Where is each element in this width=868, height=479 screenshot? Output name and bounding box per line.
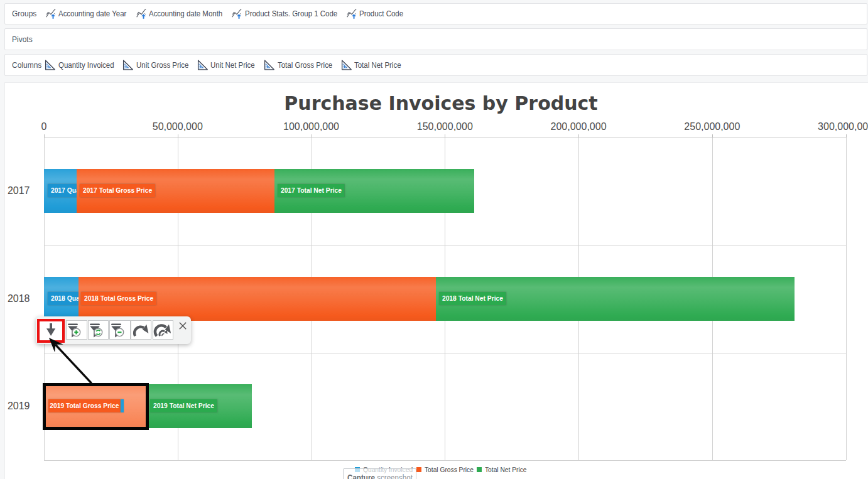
field-chip-unit-net-price[interactable]: Unit Net Price	[197, 60, 255, 70]
field-chip-label: Accounting date Month	[149, 9, 222, 18]
legend-swatch	[477, 467, 482, 472]
bar-label: 2018 Quantity Invoiced	[48, 292, 79, 305]
gridline-horizontal	[44, 353, 846, 353]
axis-tick	[846, 134, 847, 137]
field-chip-total-net-price[interactable]: Total Net Price	[341, 60, 401, 70]
toolbar-button-redo-arrow[interactable]	[131, 320, 152, 340]
columns-chips: Quantity Invoiced Unit Gross Price Unit …	[45, 55, 401, 75]
chart-legend: Quantity Invoiced Total Gross Price Tota…	[0, 466, 868, 473]
measure-triangle-icon	[197, 60, 208, 70]
measure-triangle-icon	[45, 60, 55, 70]
capture-tooltip-text: Capture screenshot.	[347, 473, 415, 479]
field-chip-label: Product Code	[359, 9, 403, 18]
toolbar-button-filter-refresh[interactable]	[88, 320, 109, 340]
dimension-line-chart-icon	[347, 8, 357, 19]
dimension-line-chart-icon	[46, 8, 56, 19]
capture-tooltip-rest: screenshot.	[375, 473, 415, 479]
bar-label: 2017 Quantity Invoiced	[48, 184, 77, 197]
field-chip-label: Unit Gross Price	[136, 61, 188, 70]
gridline-horizontal	[44, 245, 846, 245]
filter-refresh-icon	[88, 320, 109, 340]
field-chip-label: Product Stats. Group 1 Code	[245, 9, 337, 18]
bar-segment-2018-total-gross-price[interactable]: 2018 Total Gross Price	[79, 277, 436, 321]
toolbar-button-filter-add[interactable]	[66, 320, 87, 340]
redo-arrow-icon	[131, 320, 152, 340]
x-axis-line	[44, 137, 846, 138]
toolbar-button-redo-all-arrow[interactable]	[153, 320, 174, 340]
x-axis-label: 50,000,000	[153, 121, 203, 132]
filter-plus-icon	[66, 320, 87, 340]
bar-label: 2017 Total Gross Price	[80, 184, 155, 197]
pivots-row: Pivots	[4, 28, 867, 50]
field-chip-total-gross-price[interactable]: Total Gross Price	[264, 60, 332, 70]
pivots-row-label: Pivots	[12, 35, 33, 44]
legend-label: Total Net Price	[485, 466, 527, 473]
x-axis-label: 250,000,000	[684, 121, 740, 132]
field-chip-accounting-date-month[interactable]: Accounting date Month	[136, 8, 223, 19]
close-icon[interactable]	[179, 322, 187, 330]
legend-swatch	[416, 467, 421, 472]
measure-triangle-icon	[341, 60, 352, 70]
bar-label: 2018 Total Gross Price	[81, 292, 156, 305]
gridline-vertical	[846, 137, 847, 461]
annotation-red-box	[37, 319, 65, 343]
legend-item-total-gross-price[interactable]: Total Gross Price	[416, 466, 474, 473]
capture-tooltip: Capture screenshot.	[343, 468, 416, 479]
groups-row-label: Groups	[12, 9, 36, 18]
field-chip-accounting-date-year[interactable]: Accounting date Year	[46, 8, 127, 19]
filter-minus-icon	[109, 320, 131, 340]
measure-triangle-icon	[264, 60, 274, 70]
bar-label: 2019 Total Net Price	[150, 399, 217, 412]
gridline-horizontal	[44, 460, 846, 461]
y-axis-label: 2019	[0, 401, 30, 411]
dimension-line-chart-icon	[232, 8, 242, 19]
legend-item-total-net-price[interactable]: Total Net Price	[477, 466, 527, 473]
field-chip-label: Total Gross Price	[278, 61, 332, 70]
chart-title: Purchase Invoices by Product	[0, 94, 868, 113]
bar-segment-2017-quantity-invoiced[interactable]: 2017 Quantity Invoiced	[44, 169, 77, 213]
annotation-black-box	[43, 383, 149, 430]
field-chip-label: Unit Net Price	[210, 61, 255, 70]
x-axis-label: 0	[41, 121, 47, 132]
measure-triangle-icon	[122, 60, 133, 70]
field-chip-label: Accounting date Year	[58, 9, 127, 18]
field-chip-quantity-invoiced[interactable]: Quantity Invoiced	[45, 60, 114, 70]
x-axis-label: 200,000,000	[551, 121, 607, 132]
groups-row: Groups Accounting date Year Accounting d…	[4, 3, 867, 24]
bar-label: 2018 Total Net Price	[439, 292, 506, 305]
drill-down-arrow-icon	[40, 320, 62, 339]
bar-segment-2018-quantity-invoiced[interactable]: 2018 Quantity Invoiced	[44, 277, 79, 321]
x-axis-label: 150,000,000	[417, 121, 473, 132]
redo-all-arrow-icon	[153, 320, 174, 340]
capture-tooltip-bold: Capture	[347, 473, 375, 479]
field-chip-product-stats-group-1-code[interactable]: Product Stats. Group 1 Code	[232, 8, 337, 19]
field-chip-label: Quantity Invoiced	[58, 61, 114, 70]
columns-row: Columns Quantity Invoiced Unit Gross Pri…	[4, 54, 867, 76]
field-chip-product-code[interactable]: Product Code	[347, 8, 404, 19]
groups-chips: Accounting date Year Accounting date Mon…	[46, 4, 404, 24]
bar-segment-2017-total-net-price[interactable]: 2017 Total Net Price	[274, 169, 474, 213]
bar-segment-2018-total-net-price[interactable]: 2018 Total Net Price	[436, 277, 795, 321]
legend-label: Total Gross Price	[425, 466, 474, 473]
y-axis-label: 2018	[0, 294, 30, 304]
y-axis-label: 2017	[0, 186, 30, 196]
x-axis-label: 100,000,000	[283, 121, 339, 132]
columns-row-label: Columns	[12, 61, 41, 70]
field-chip-label: Total Net Price	[354, 61, 401, 70]
bar-segment-2019-total-net-price[interactable]: 2019 Total Net Price	[148, 384, 252, 428]
x-axis-label: 300,000,000	[818, 121, 868, 132]
bar-segment-2017-total-gross-price[interactable]: 2017 Total Gross Price	[77, 169, 274, 213]
toolbar-button-filter-remove[interactable]	[109, 320, 131, 340]
pivot-chart-app: Groups Accounting date Year Accounting d…	[0, 0, 868, 479]
bar-label: 2017 Total Net Price	[278, 184, 345, 197]
field-chip-unit-gross-price[interactable]: Unit Gross Price	[122, 60, 188, 70]
dimension-line-chart-icon	[136, 8, 146, 19]
